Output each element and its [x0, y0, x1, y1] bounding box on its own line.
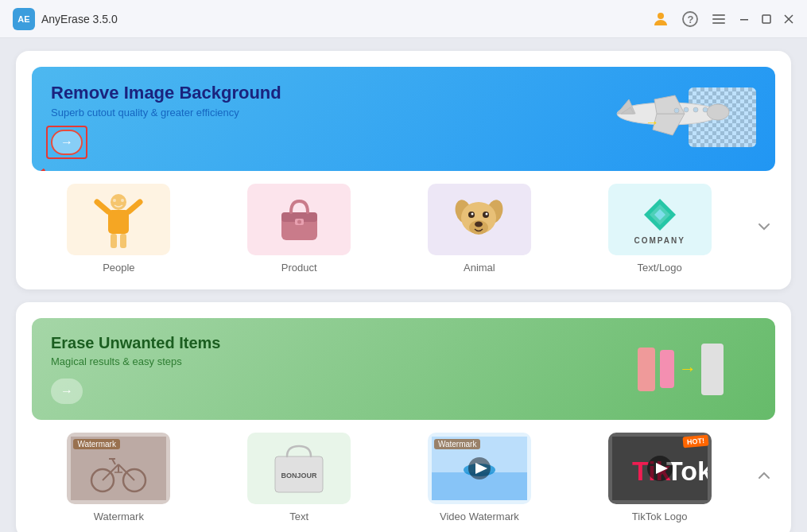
category-item-product[interactable]: Product: [212, 184, 386, 274]
svg-line-25: [97, 202, 108, 212]
watermark-overlay-label: Watermark: [73, 439, 120, 449]
svg-line-26: [129, 202, 140, 212]
svg-point-23: [111, 194, 126, 210]
banner-blue-text: Remove Image Background Superb cutout qu…: [51, 83, 281, 155]
category-label-text: Text: [289, 511, 308, 522]
bottle-pink: [638, 348, 655, 391]
category-item-animal[interactable]: Animal: [393, 184, 567, 274]
svg-text:→: →: [645, 115, 659, 130]
svg-point-13: [707, 104, 729, 120]
category-item-people[interactable]: People: [32, 184, 206, 274]
bottle-white: [701, 344, 724, 395]
bottle-light-pink: [660, 350, 674, 388]
svg-rect-24: [108, 210, 129, 234]
erase-category-grid: Watermark: [32, 433, 775, 522]
banner-green-title: Erase Unwanted Items: [51, 334, 220, 352]
svg-text:?: ?: [688, 14, 694, 25]
erase-items-arrow-button[interactable]: [51, 379, 83, 404]
banner-green-subtitle: Magical results & easy steps: [51, 355, 220, 367]
svg-point-29: [113, 199, 116, 202]
maximize-button[interactable]: [761, 14, 772, 25]
user-icon[interactable]: [651, 10, 670, 29]
svg-rect-7: [762, 15, 770, 23]
arrow-yellow-icon: →: [679, 359, 696, 379]
category-thumb-people: [67, 184, 170, 255]
category-item-video-watermark[interactable]: Watermark Video Watermark: [393, 433, 567, 522]
svg-point-20: [693, 107, 698, 112]
svg-rect-6: [740, 19, 748, 21]
category-thumb-animal: [428, 184, 531, 255]
category-grid: People Product: [32, 184, 775, 274]
category-label-animal: Animal: [464, 262, 495, 274]
svg-point-39: [475, 222, 483, 227]
svg-point-0: [658, 13, 664, 19]
banner-blue-title: Remove Image Background: [51, 83, 281, 103]
category-thumb-product: [247, 184, 351, 255]
svg-text:BONJOUR: BONJOUR: [281, 472, 318, 480]
category-label-watermark: Watermark: [94, 511, 144, 522]
category-item-watermark[interactable]: Watermark: [32, 433, 206, 522]
category-label-product: Product: [281, 262, 317, 274]
video-watermark-overlay: Watermark: [434, 439, 481, 449]
remove-background-card: Remove Image Background Superb cutout qu…: [16, 51, 791, 289]
remove-background-arrow-button[interactable]: [51, 130, 83, 155]
category-item-tiktok-logo[interactable]: HOT! Tik Tok TikTok Logo: [572, 433, 747, 522]
category-item-text[interactable]: BONJOUR Text: [212, 433, 386, 522]
collapse-categories-button[interactable]: [753, 464, 775, 491]
banner-green-text: Erase Unwanted Items Magical results & e…: [51, 334, 220, 404]
minimize-button[interactable]: [739, 14, 750, 25]
svg-marker-16: [654, 95, 685, 114]
svg-rect-27: [111, 234, 117, 248]
svg-line-11: [32, 169, 45, 171]
svg-rect-4: [712, 18, 725, 20]
category-thumb-video: Watermark: [428, 433, 531, 504]
category-thumb-textlogo: COMPANY: [608, 184, 712, 255]
banner-blue-subtitle: Superb cutout quality & greater efficien…: [51, 107, 281, 118]
erase-items-card: Erase Unwanted Items Magical results & e…: [16, 302, 791, 532]
svg-point-43: [486, 213, 488, 216]
category-thumb-watermark: Watermark: [67, 433, 170, 504]
expand-categories-button[interactable]: [753, 216, 775, 242]
svg-point-21: [703, 107, 708, 112]
remove-background-banner: Remove Image Background Superb cutout qu…: [32, 67, 775, 171]
category-label-video-watermark: Video Watermark: [440, 511, 519, 522]
svg-point-42: [471, 213, 474, 216]
svg-rect-3: [712, 14, 725, 16]
svg-rect-28: [120, 234, 126, 248]
category-label-people: People: [103, 262, 134, 274]
category-label-textlogo: Text/Logo: [637, 262, 681, 274]
help-icon[interactable]: ?: [681, 10, 699, 28]
category-thumb-text: BONJOUR: [247, 433, 351, 504]
banner-plane-image: →: [597, 83, 756, 155]
erase-items-banner: Erase Unwanted Items Magical results & e…: [32, 318, 775, 420]
category-item-textlogo[interactable]: COMPANY Text/Logo: [572, 184, 747, 274]
svg-point-34: [297, 219, 301, 223]
banner-bottles-image: →: [605, 336, 756, 403]
close-button[interactable]: [783, 14, 794, 25]
svg-text:Tok: Tok: [666, 456, 708, 486]
menu-icon[interactable]: [710, 10, 727, 28]
svg-point-18: [674, 108, 679, 113]
window-controls: ?: [651, 10, 794, 29]
app-title: AnyErase 3.5.0: [41, 13, 651, 25]
textlogo-content: COMPANY: [634, 195, 685, 245]
category-thumb-tiktok: HOT! Tik Tok: [608, 433, 712, 504]
app-logo: AE: [13, 8, 35, 30]
category-label-tiktok-logo: TikTok Logo: [632, 511, 688, 522]
svg-rect-5: [712, 22, 725, 24]
company-label: COMPANY: [634, 236, 685, 245]
titlebar: AE AnyErase 3.5.0 ?: [0, 0, 807, 38]
svg-point-30: [121, 199, 124, 202]
svg-point-19: [684, 107, 689, 112]
hot-badge: HOT!: [682, 435, 708, 449]
main-content: Remove Image Background Superb cutout qu…: [0, 38, 807, 532]
